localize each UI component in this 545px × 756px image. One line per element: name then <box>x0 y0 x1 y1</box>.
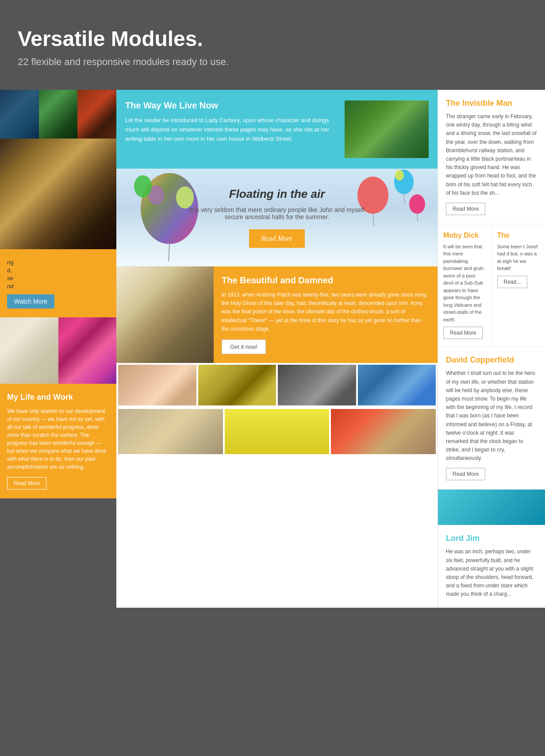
right-column: The Invisible Man The stranger came earl… <box>438 90 545 608</box>
metal-thumb <box>278 365 356 405</box>
moby-dick-body: It will be seen that this mere painstaki… <box>443 243 486 324</box>
cyan-article-text: The Way We Live Now Let the reader be in… <box>125 100 336 143</box>
balloon-read-more-button[interactable]: Read More <box>249 229 305 248</box>
cyan-article-module: The Way We Live Now Let the reader be in… <box>116 90 438 169</box>
balloon-text-area: Floating in the air It is very seldom th… <box>188 187 365 248</box>
page-title: Versatile Modules. <box>18 27 527 51</box>
grasshopper-image <box>345 100 429 158</box>
middle-column: The Way We Live Now Let the reader be in… <box>116 90 438 608</box>
balloon-title: Floating in the air <box>188 187 365 201</box>
yellow-image2 <box>225 409 330 454</box>
food-article-title: The Beautiful and Damned <box>222 275 430 285</box>
thumbnails-row-1 <box>116 363 438 407</box>
svg-line-12 <box>404 194 405 204</box>
balloon-module: Floating in the air It is very seldom th… <box>116 169 438 266</box>
top-images-row <box>0 90 116 139</box>
my-life-title: My Life and Work <box>7 393 109 402</box>
hands-thumb <box>118 365 196 405</box>
pasta-image <box>116 266 214 363</box>
moby-dick-part: Moby Dick It will be seen that this mere… <box>438 224 492 347</box>
party-images-row <box>0 317 116 384</box>
lord-jim-title: Lord Jim <box>446 534 537 543</box>
watch-more-section: ngd,send Watch More <box>0 249 116 317</box>
david-copperfield-title: David Copperfield <box>446 355 537 365</box>
my-life-body: We have only started on our development … <box>7 407 109 471</box>
invisible-man-read-more[interactable]: Read More <box>446 203 485 215</box>
the-title: The <box>497 231 540 239</box>
balloon-body: It is very seldom that mere ordinary peo… <box>188 206 365 220</box>
page-subtitle: 22 flexible and responsive modules ready… <box>18 56 527 68</box>
cyan-article-title: The Way We Live Now <box>125 100 336 111</box>
the-body: Some been t Josef had d but, o was a at … <box>497 243 540 272</box>
food-article-body: In 1913, when Anthony Patch was twenty-f… <box>222 291 430 333</box>
balloon2-thumb <box>358 365 436 405</box>
moby-dick-title: Moby Dick <box>443 231 486 239</box>
content-area: ngd,send Watch More My Life and Work We … <box>0 90 545 608</box>
cyan-image-bar <box>438 490 545 525</box>
svg-point-11 <box>395 170 404 181</box>
bug-image <box>0 90 39 139</box>
svg-point-15 <box>134 175 152 197</box>
moby-dick-read-more[interactable]: Read More <box>443 327 483 339</box>
left-column: ngd,send Watch More My Life and Work We … <box>0 90 116 608</box>
cyan-article-body: Let the reader be introduced to Lady Car… <box>125 116 336 143</box>
crab-image <box>77 90 116 139</box>
food-article-module: The Beautiful and Damned In 1913, when A… <box>116 266 438 363</box>
food-image2 <box>331 409 436 454</box>
images-row-2 <box>116 407 438 456</box>
balloon-image <box>0 317 58 384</box>
invisible-man-title: The Invisible Man <box>446 99 537 108</box>
svg-line-9 <box>373 214 374 226</box>
ribbons-image <box>58 317 117 384</box>
my-life-and-work-section: My Life and Work We have only started on… <box>0 384 116 498</box>
invisible-man-article: The Invisible Man The stranger came earl… <box>438 90 545 224</box>
wheel-thumb <box>198 365 276 405</box>
svg-line-14 <box>417 214 418 222</box>
food-soup-image <box>0 139 116 249</box>
overlay-text-left: ngd,send <box>7 259 13 289</box>
svg-point-13 <box>409 194 425 214</box>
header-section: Versatile Modules. 22 flexible and respo… <box>0 0 545 90</box>
food-article-text: The Beautiful and Damned In 1913, when A… <box>214 266 438 363</box>
invisible-man-body: The stranger came early in February, one… <box>446 112 537 197</box>
plant-image <box>39 90 78 139</box>
david-copperfield-article: David Copperfield Whether I shall turn o… <box>438 347 545 490</box>
lord-jim-body: He was an inch, perhaps two, under six f… <box>446 548 537 598</box>
david-copperfield-body: Whether I shall turn out to be the hero … <box>446 369 537 463</box>
get-it-button[interactable]: Get it now! <box>222 339 266 354</box>
my-life-read-more-button[interactable]: Read More <box>7 477 46 490</box>
david-copperfield-read-more[interactable]: Read More <box>446 468 485 480</box>
lord-jim-article: Lord Jim He was an inch, perhaps two, un… <box>438 525 545 607</box>
svg-line-6 <box>169 244 169 262</box>
split-articles: Moby Dick It will be seen that this mere… <box>438 224 545 347</box>
hands-image2 <box>118 409 223 454</box>
the-part: The Some been t Josef had d but, o was a… <box>492 224 545 347</box>
watch-more-button[interactable]: Watch More <box>7 294 54 309</box>
the-read-more[interactable]: Read... <box>497 276 528 288</box>
